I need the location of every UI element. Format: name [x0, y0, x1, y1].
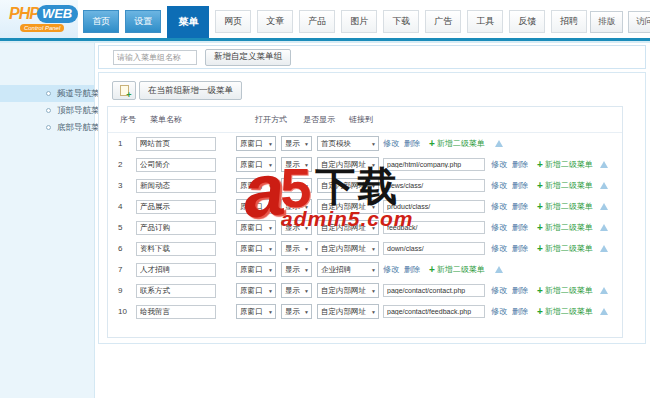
open-mode-select[interactable]: 原窗口 ▼: [236, 283, 276, 298]
open-mode-select[interactable]: 原窗口 ▼: [236, 178, 276, 193]
open-mode-select[interactable]: 原窗口 ▼: [236, 241, 276, 256]
delete-link[interactable]: 删除: [512, 285, 528, 296]
nav-tab[interactable]: 图片: [341, 10, 377, 33]
move-up-icon[interactable]: [495, 140, 503, 147]
add-submenu-link[interactable]: + 新增二级菜单: [537, 285, 593, 296]
menu-name-input[interactable]: [136, 200, 216, 214]
edit-link[interactable]: 修改: [491, 222, 507, 233]
move-up-icon[interactable]: [495, 266, 503, 273]
add-submenu-link[interactable]: + 新增二级菜单: [537, 306, 593, 317]
open-mode-select[interactable]: 原窗口 ▼: [236, 304, 276, 319]
menu-name-input[interactable]: [136, 284, 216, 298]
nav-tab[interactable]: 下载: [383, 10, 419, 33]
visibility-select[interactable]: 显示 ▼: [281, 283, 312, 298]
visibility-select[interactable]: 显示 ▼: [281, 262, 312, 277]
edit-link[interactable]: 修改: [491, 180, 507, 191]
link-type-select[interactable]: 自定内部网址 ▼: [317, 241, 379, 256]
edit-link[interactable]: 修改: [491, 306, 507, 317]
link-url-input[interactable]: [383, 179, 485, 192]
link-url-input[interactable]: [383, 242, 485, 255]
visibility-select[interactable]: 显示 ▼: [281, 241, 312, 256]
visibility-select[interactable]: 显示 ▼: [281, 304, 312, 319]
menu-name-input[interactable]: [136, 242, 216, 256]
nav-tab[interactable]: 反馈: [509, 10, 545, 33]
menu-name-input[interactable]: [136, 221, 216, 235]
menu-name-input[interactable]: [136, 179, 216, 193]
header-action-button[interactable]: 排版: [590, 11, 623, 33]
visibility-select[interactable]: 显示 ▼: [281, 220, 312, 235]
edit-link[interactable]: 修改: [383, 264, 399, 275]
move-up-icon[interactable]: [600, 161, 608, 168]
visibility-select[interactable]: 显示 ▼: [281, 178, 312, 193]
link-url-input[interactable]: [383, 305, 485, 318]
move-up-icon[interactable]: [600, 182, 608, 189]
delete-link[interactable]: 删除: [512, 201, 528, 212]
nav-tab[interactable]: 工具: [467, 10, 503, 33]
link-type-select[interactable]: 自定内部网址 ▼: [317, 157, 379, 172]
menu-name-input[interactable]: [136, 158, 216, 172]
nav-tab[interactable]: 首页: [83, 10, 119, 33]
open-mode-select[interactable]: 原窗口 ▼: [236, 220, 276, 235]
nav-tab[interactable]: 招聘: [551, 10, 587, 33]
add-submenu-link[interactable]: + 新增二级菜单: [537, 201, 593, 212]
link-url-input[interactable]: [383, 284, 485, 297]
open-mode-select[interactable]: 原窗口 ▼: [236, 136, 276, 151]
sidebar-item[interactable]: 频道导航菜单: [0, 85, 94, 102]
delete-link[interactable]: 删除: [512, 222, 528, 233]
nav-tab[interactable]: 产品: [299, 10, 335, 33]
open-mode-select[interactable]: 原窗口 ▼: [236, 157, 276, 172]
visibility-select[interactable]: 显示 ▼: [281, 136, 312, 151]
menu-name-input[interactable]: [136, 263, 216, 277]
add-submenu-link[interactable]: + 新增二级菜单: [537, 159, 593, 170]
menu-name-input[interactable]: [136, 137, 216, 151]
link-url-input[interactable]: [383, 200, 485, 213]
add-top-menu-button[interactable]: 在当前组新增一级菜单: [139, 81, 242, 100]
link-type-select[interactable]: 自定内部网址 ▼: [317, 283, 379, 298]
edit-link[interactable]: 修改: [491, 201, 507, 212]
move-up-icon[interactable]: [600, 308, 608, 315]
move-up-icon[interactable]: [600, 203, 608, 210]
delete-link[interactable]: 删除: [404, 264, 420, 275]
delete-link[interactable]: 删除: [512, 243, 528, 254]
nav-tab[interactable]: 文章: [257, 10, 293, 33]
add-submenu-link[interactable]: + 新增二级菜单: [537, 243, 593, 254]
link-type-select[interactable]: 企业招聘 ▼: [317, 262, 379, 277]
nav-tab[interactable]: 广告: [425, 10, 461, 33]
open-mode-select[interactable]: 原窗口 ▼: [236, 262, 276, 277]
visibility-select[interactable]: 显示 ▼: [281, 157, 312, 172]
menu-name-input[interactable]: [136, 305, 216, 319]
add-submenu-link[interactable]: + 新增二级菜单: [537, 180, 593, 191]
link-url-input[interactable]: [383, 221, 485, 234]
link-type-select[interactable]: 自定内部网址 ▼: [317, 178, 379, 193]
add-page-icon-button[interactable]: [112, 81, 136, 100]
edit-link[interactable]: 修改: [491, 159, 507, 170]
link-type-select[interactable]: 自定内部网址 ▼: [317, 199, 379, 214]
move-up-icon[interactable]: [600, 224, 608, 231]
link-url-input[interactable]: [383, 158, 485, 171]
open-mode-select[interactable]: 原窗口 ▼: [236, 199, 276, 214]
link-type-select[interactable]: 首页模块 ▼: [317, 136, 379, 151]
sidebar-item[interactable]: 底部导航菜单: [0, 119, 94, 136]
delete-link[interactable]: 删除: [512, 306, 528, 317]
add-submenu-link[interactable]: + 新增二级菜单: [537, 222, 593, 233]
delete-link[interactable]: 删除: [512, 159, 528, 170]
link-type-select[interactable]: 自定内部网址 ▼: [317, 220, 379, 235]
add-custom-group-button[interactable]: 新增自定义菜单组: [205, 49, 291, 66]
delete-link[interactable]: 删除: [404, 138, 420, 149]
nav-tab[interactable]: 设置: [125, 10, 161, 33]
sidebar-item[interactable]: 顶部导航菜单: [0, 102, 94, 119]
visibility-select[interactable]: 显示 ▼: [281, 199, 312, 214]
delete-link[interactable]: 删除: [512, 180, 528, 191]
edit-link[interactable]: 修改: [491, 285, 507, 296]
move-up-icon[interactable]: [600, 287, 608, 294]
add-submenu-link[interactable]: + 新增二级菜单: [429, 264, 485, 275]
menu-group-name-input[interactable]: [113, 50, 197, 65]
move-up-icon[interactable]: [600, 245, 608, 252]
nav-tab[interactable]: 菜单: [167, 6, 209, 38]
add-submenu-link[interactable]: + 新增二级菜单: [429, 138, 485, 149]
edit-link[interactable]: 修改: [491, 243, 507, 254]
nav-tab[interactable]: 网页: [215, 10, 251, 33]
link-type-select[interactable]: 自定内部网址 ▼: [317, 304, 379, 319]
edit-link[interactable]: 修改: [383, 138, 399, 149]
header-action-button[interactable]: 访问: [628, 11, 650, 33]
